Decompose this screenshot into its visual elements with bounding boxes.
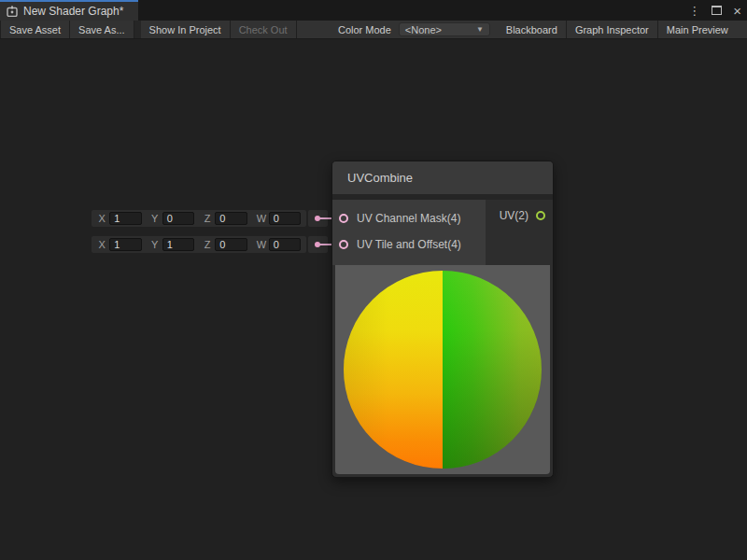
y-field[interactable]: 1 xyxy=(162,238,194,251)
blackboard-button[interactable]: Blackboard xyxy=(498,21,567,38)
tab-title: New Shader Graph* xyxy=(23,5,123,18)
y-label: Y xyxy=(151,239,159,250)
input-port-row: UV Channel Mask(4) xyxy=(332,205,486,231)
input-port-label: UV Tile and Offset(4) xyxy=(357,238,461,251)
node-title: UVCombine xyxy=(347,171,413,185)
w-label: W xyxy=(257,239,265,250)
window-controls: ⋮ × xyxy=(688,0,741,21)
input-port-icon[interactable] xyxy=(339,214,348,223)
node-title-bar[interactable]: UVCombine xyxy=(332,161,553,194)
y-label: Y xyxy=(151,213,159,224)
shader-graph-window: New Shader Graph* ⋮ × Save Asset Save As… xyxy=(0,0,747,560)
main-preview-button[interactable]: Main Preview xyxy=(658,21,747,38)
color-mode-value: <None> xyxy=(405,24,442,35)
check-out-button: Check Out xyxy=(231,21,297,38)
z-field[interactable]: 0 xyxy=(215,212,247,225)
vector4-input-row-1: X 1 Y 0 Z 0 W 0 xyxy=(92,210,306,227)
node-preview-panel xyxy=(335,265,550,474)
node-output-section: UV(2) xyxy=(486,200,553,265)
node-input-section: UV Channel Mask(4) UV Tile and Offset(4) xyxy=(332,200,486,265)
shader-graph-icon xyxy=(7,6,18,17)
save-as-button[interactable]: Save As... xyxy=(70,21,134,38)
vector4-input-row-2: X 1 Y 1 Z 0 W 0 xyxy=(92,236,306,253)
input-port-icon[interactable] xyxy=(339,240,348,249)
node-uvcombine[interactable]: UVCombine UV Channel Mask(4) UV Tile and… xyxy=(331,161,554,478)
input-port-label: UV Channel Mask(4) xyxy=(357,212,460,225)
color-mode-dropdown[interactable]: <None> ▼ xyxy=(399,22,490,36)
tab-new-shader-graph[interactable]: New Shader Graph* xyxy=(0,0,138,21)
toolbar: Save Asset Save As... Show In Project Ch… xyxy=(0,21,747,39)
close-icon[interactable]: × xyxy=(733,4,741,18)
save-asset-button[interactable]: Save Asset xyxy=(0,21,70,38)
y-field[interactable]: 0 xyxy=(162,212,194,225)
tab-bar: New Shader Graph* ⋮ × xyxy=(0,0,747,21)
kebab-menu-icon[interactable]: ⋮ xyxy=(688,5,700,17)
output-port-label: UV(2) xyxy=(500,209,529,222)
w-field[interactable]: 0 xyxy=(269,212,301,225)
x-label: X xyxy=(98,239,106,250)
x-field[interactable]: 1 xyxy=(109,212,141,225)
x-label: X xyxy=(98,213,106,224)
chevron-down-icon: ▼ xyxy=(476,25,484,34)
x-field[interactable]: 1 xyxy=(109,238,141,251)
uv-preview-left-half xyxy=(344,271,443,469)
maximize-icon[interactable] xyxy=(712,6,722,15)
z-label: Z xyxy=(204,239,211,250)
color-mode-label: Color Mode xyxy=(297,21,399,38)
graph-inspector-button[interactable]: Graph Inspector xyxy=(567,21,658,38)
w-field[interactable]: 0 xyxy=(269,238,301,251)
z-field[interactable]: 0 xyxy=(215,238,247,251)
w-label: W xyxy=(257,213,265,224)
input-port-row: UV Tile and Offset(4) xyxy=(332,231,486,258)
z-label: Z xyxy=(204,213,211,224)
node-body: UV Channel Mask(4) UV Tile and Offset(4)… xyxy=(332,200,553,265)
uv-preview-sphere xyxy=(344,271,542,469)
toolbar-group-gap xyxy=(134,21,141,38)
output-port-row: UV(2) xyxy=(486,209,545,222)
output-port-icon[interactable] xyxy=(536,211,545,220)
uv-preview-right-half xyxy=(443,271,542,469)
show-in-project-button[interactable]: Show In Project xyxy=(141,21,231,38)
